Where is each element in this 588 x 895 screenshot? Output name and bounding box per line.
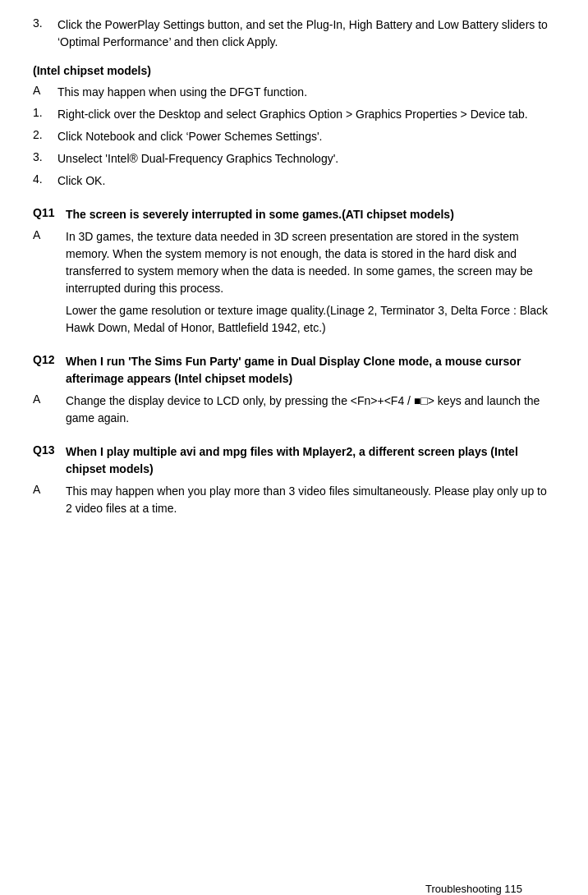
q12-a: A Change the display device to LCD only,… [33, 392, 555, 427]
q11-a: A In 3D games, the texture data needed i… [33, 228, 555, 297]
intel-step-3-text: Unselect 'Intel® Dual-Frequency Graphics… [57, 150, 555, 168]
q12-a-char: A [33, 392, 66, 427]
intel-step-4-text: Click OK. [57, 172, 555, 190]
q12-label: Q12 When I run 'The Sims Fun Party' game… [33, 353, 555, 388]
page-footer: Troubleshooting 115 [425, 883, 522, 895]
q11-a-text-1: In 3D games, the texture data needed in … [66, 228, 555, 297]
intel-step-1-text: Right-click over the Desktop and select … [57, 106, 555, 123]
q12-num: Q12 [33, 353, 66, 388]
q11-a-text-2: Lower the game resolution or texture ima… [66, 302, 555, 337]
step-3-text: Click the PowerPlay Settings button, and… [57, 16, 555, 51]
intel-step-2-text: Click Notebook and click ‘Power Schemes … [57, 128, 555, 145]
q12-a-text: Change the display device to LCD only, b… [66, 392, 555, 427]
q11-a-char: A [33, 228, 66, 297]
q12-section: Q12 When I run 'The Sims Fun Party' game… [33, 353, 555, 427]
intel-a-text: This may happen when using the DFGT func… [57, 84, 555, 101]
q13-a-text: This may happen when you play more than … [66, 483, 555, 517]
intel-step-1: 1. Right-click over the Desktop and sele… [33, 106, 555, 123]
intel-step-2: 2. Click Notebook and click ‘Power Schem… [33, 128, 555, 145]
intel-step-3: 3. Unselect 'Intel® Dual-Frequency Graph… [33, 150, 555, 168]
content-area: 3. Click the PowerPlay Settings button, … [33, 16, 555, 517]
intel-a-label: A [33, 84, 57, 101]
q11-label: Q11 The screen is severely interrupted i… [33, 206, 555, 223]
step-3: 3. Click the PowerPlay Settings button, … [33, 16, 555, 51]
q13-a-char: A [33, 483, 66, 517]
intel-a-item: A This may happen when using the DFGT fu… [33, 84, 555, 101]
q13-a: A This may happen when you play more tha… [33, 483, 555, 517]
q11-section: Q11 The screen is severely interrupted i… [33, 206, 555, 337]
q13-num: Q13 [33, 443, 66, 478]
intel-step-2-num: 2. [33, 128, 57, 145]
q13-text: When I play multiple avi and mpg files w… [66, 443, 555, 478]
q13-section: Q13 When I play multiple avi and mpg fil… [33, 443, 555, 517]
intel-step-4: 4. Click OK. [33, 172, 555, 190]
intel-step-3-num: 3. [33, 150, 57, 168]
step-3-num: 3. [33, 16, 57, 51]
q11-text: The screen is severely interrupted in so… [66, 206, 555, 223]
intel-step-4-num: 4. [33, 172, 57, 190]
intel-header: (Intel chipset models) [33, 64, 555, 77]
q12-text: When I run 'The Sims Fun Party' game in … [66, 353, 555, 388]
q11-num: Q11 [33, 206, 66, 223]
q13-label: Q13 When I play multiple avi and mpg fil… [33, 443, 555, 478]
intel-step-1-num: 1. [33, 106, 57, 123]
